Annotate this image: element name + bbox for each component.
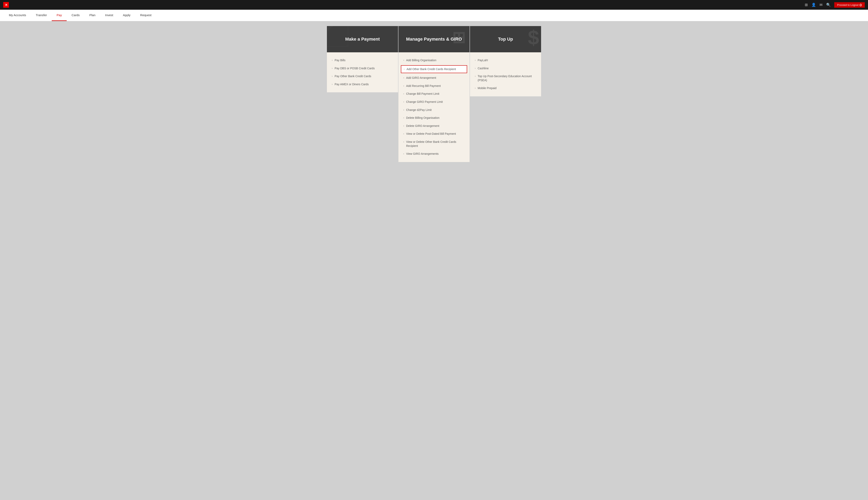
view-delete-postdated-item[interactable]: › View or Delete Post-Dated Bill Payment: [403, 130, 465, 138]
make-payment-header: Make a Payment: [327, 26, 398, 52]
manage-payments-section: Manage Payments & GIRO › Add Billing Org…: [398, 26, 470, 162]
topup-psea-item[interactable]: › Top Up Post-Secondary Education Accoun…: [475, 72, 536, 84]
arrow-icon: ›: [403, 100, 404, 103]
nav-item-transfer[interactable]: Transfer: [31, 10, 52, 21]
top-bar-left: ✕: [3, 2, 9, 8]
change-d2pay-item[interactable]: › Change d2Pay Limit: [403, 106, 465, 114]
arrow-icon: ›: [403, 92, 404, 95]
arrow-icon: ›: [332, 83, 333, 86]
add-recurring-bill-item[interactable]: › Add Recurring Bill Payment: [403, 82, 465, 90]
nav-item-plan[interactable]: Plan: [84, 10, 100, 21]
pay-dbs-posb-item[interactable]: › Pay DBS or POSB Credit Cards: [332, 65, 393, 72]
delete-giro-item[interactable]: › Delete GIRO Arrangement: [403, 122, 465, 130]
arrow-icon: ›: [403, 109, 404, 111]
network-icon[interactable]: ⊞: [805, 3, 808, 7]
arrow-icon: ›: [403, 76, 404, 79]
arrow-icon: ›: [404, 68, 404, 70]
main-content: Make a Payment › Pay Bills › Pay DBS or …: [323, 21, 545, 167]
top-up-body: › PayLah! › Cashline › Top Up Post-Secon…: [470, 52, 541, 96]
manage-payments-header: Manage Payments & GIRO: [398, 26, 470, 52]
change-bill-limit-item[interactable]: › Change Bill Payment Limit: [403, 90, 465, 98]
logout-icon: ⏻: [859, 3, 862, 7]
user-icon[interactable]: 👤: [811, 3, 816, 7]
paylah-item[interactable]: › PayLah!: [475, 56, 536, 65]
pay-other-bank-item[interactable]: › Pay Other Bank Credit Cards: [332, 72, 393, 80]
nav-item-cards[interactable]: Cards: [67, 10, 84, 21]
add-other-bank-cc-item[interactable]: › Add Other Bank Credit Cards Recipient: [401, 65, 467, 73]
search-icon[interactable]: 🔍: [826, 3, 831, 7]
arrow-icon: ›: [403, 132, 404, 135]
arrow-icon: ›: [332, 67, 333, 70]
view-delete-other-cc-item[interactable]: › View or Delete Other Bank Credit Cards…: [403, 138, 465, 150]
nav-item-apply[interactable]: Apply: [118, 10, 135, 21]
arrow-icon: ›: [403, 116, 404, 119]
add-billing-org-item[interactable]: › Add Billing Organisation: [403, 56, 465, 65]
add-giro-item[interactable]: › Add GIRO Arrangement: [403, 74, 465, 82]
nav-bar: My Accounts Transfer Pay Cards Plan Inve…: [0, 10, 868, 21]
make-payment-body: › Pay Bills › Pay DBS or POSB Credit Car…: [327, 52, 398, 92]
arrow-icon: ›: [475, 87, 476, 90]
pay-amex-diners-item[interactable]: › Pay AMEX or Diners Cards: [332, 80, 393, 89]
close-button[interactable]: ✕: [3, 2, 9, 8]
delete-billing-org-item[interactable]: › Delete Billing Organisation: [403, 114, 465, 122]
arrow-icon: ›: [403, 140, 404, 143]
arrow-icon: ›: [403, 152, 404, 155]
cashline-item[interactable]: › Cashline: [475, 65, 536, 72]
top-up-section: Top Up › PayLah! › Cashline › Top Up Pos…: [470, 26, 541, 162]
sections-grid: Make a Payment › Pay Bills › Pay DBS or …: [327, 26, 541, 162]
top-bar-right: ⊞ 👤 ✉ 🔍 Proceed to Logout ⏻: [805, 2, 865, 8]
change-giro-limit-item[interactable]: › Change GIRO Payment Limit: [403, 98, 465, 106]
nav-item-request[interactable]: Request: [135, 10, 156, 21]
arrow-icon: ›: [403, 84, 404, 87]
mail-icon[interactable]: ✉: [820, 3, 823, 7]
arrow-icon: ›: [475, 75, 476, 78]
top-up-header: Top Up: [470, 26, 541, 52]
arrow-icon: ›: [332, 59, 333, 61]
nav-item-invest[interactable]: Invest: [100, 10, 118, 21]
logout-button[interactable]: Proceed to Logout ⏻: [834, 2, 865, 8]
arrow-icon: ›: [332, 75, 333, 78]
nav-item-my-accounts[interactable]: My Accounts: [4, 10, 31, 21]
arrow-icon: ›: [403, 124, 404, 127]
arrow-icon: ›: [475, 59, 476, 61]
top-bar: ✕ ⊞ 👤 ✉ 🔍 Proceed to Logout ⏻: [0, 0, 868, 10]
mobile-prepaid-item[interactable]: › Mobile Prepaid: [475, 84, 536, 92]
pay-bills-item[interactable]: › Pay Bills: [332, 56, 393, 65]
manage-payments-body: › Add Billing Organisation › Add Other B…: [398, 52, 470, 162]
make-payment-section: Make a Payment › Pay Bills › Pay DBS or …: [327, 26, 398, 162]
view-giro-item[interactable]: › View GIRO Arrangements: [403, 150, 465, 158]
nav-item-pay[interactable]: Pay: [52, 10, 67, 21]
arrow-icon: ›: [403, 59, 404, 61]
arrow-icon: ›: [475, 67, 476, 70]
